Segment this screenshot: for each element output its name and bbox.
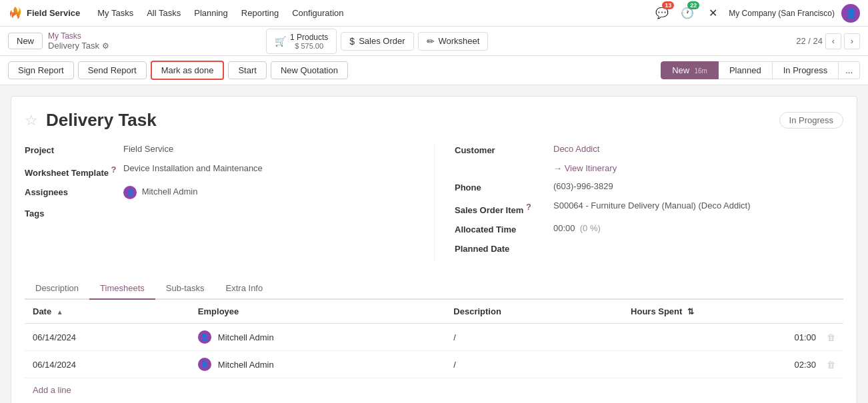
project-label: Project — [25, 144, 118, 155]
start-button[interactable]: Start — [228, 61, 266, 79]
itinerary-spacer — [455, 163, 548, 165]
timesheets-table: Date ▲ Employee Description Hours Spent … — [25, 300, 843, 378]
phone-label: Phone — [455, 181, 548, 193]
allocated-time-value: 00:00 (0 %) — [553, 223, 601, 233]
page-prev-button[interactable]: ‹ — [825, 33, 841, 49]
worksheet-template-value: Device Installation and Maintenance — [123, 163, 263, 173]
worksheet-button[interactable]: ✏ Worksheet — [418, 32, 489, 51]
status-pipeline: New 16m Planned In Progress ... — [661, 61, 860, 79]
status-in-progress[interactable]: In Progress — [773, 61, 839, 79]
customer-row: Customer Deco Addict — [455, 144, 843, 155]
status-new[interactable]: New 16m — [661, 61, 719, 79]
phone-row: Phone (603)-996-3829 — [455, 181, 843, 193]
delete-row-icon-1[interactable]: 🗑 — [827, 360, 835, 370]
pagination: 22 / 24 ‹ › — [796, 33, 860, 49]
breadcrumb-current: Delivery Task — [48, 41, 99, 51]
breadcrumb: My Tasks Delivery Task ⚙ — [48, 31, 109, 51]
flame-icon — [8, 6, 23, 21]
row-hours-0: 01:00 🗑 — [623, 324, 843, 351]
new-quotation-button[interactable]: New Quotation — [271, 61, 348, 79]
hours-column-header: Hours Spent ⇅ — [623, 300, 843, 324]
form-right: Customer Deco Addict → View Itinerary Ph… — [434, 144, 843, 262]
breadcrumb-parent[interactable]: My Tasks — [48, 31, 109, 41]
description-column-header: Description — [445, 300, 623, 324]
arrow-icon: → — [553, 163, 565, 173]
form-grid: Project Field Service Worksheet Template… — [25, 144, 843, 262]
tab-timesheets[interactable]: Timesheets — [89, 278, 155, 300]
view-itinerary-link[interactable]: → View Itinerary — [553, 163, 617, 173]
task-title-row: ☆ Delivery Task In Progress — [25, 110, 843, 131]
row-hours-1: 02:30 🗑 — [623, 351, 843, 378]
form-left: Project Field Service Worksheet Template… — [25, 144, 434, 262]
products-button[interactable]: 🛒 1 Products $ 575.00 — [266, 29, 337, 54]
tab-sub-tasks[interactable]: Sub-tasks — [155, 278, 215, 300]
allocated-time-row: Allocated Time 00:00 (0 %) — [455, 223, 843, 234]
worksheet-help-icon[interactable]: ? — [111, 165, 117, 175]
customer-value[interactable]: Deco Addict — [553, 144, 599, 154]
worksheet-label: Worksheet — [439, 36, 480, 46]
top-action-buttons: 🛒 1 Products $ 575.00 $ Sales Order ✏ Wo… — [266, 29, 488, 54]
sales-order-item-value: S00064 - Furniture Delivery (Manual) (De… — [553, 201, 751, 210]
phone-value: (603)-996-3829 — [553, 181, 613, 191]
sales-order-item-label: Sales Order Item ? — [455, 201, 548, 215]
sign-report-button[interactable]: Sign Report — [8, 61, 74, 79]
nav-configuration[interactable]: Configuration — [287, 5, 349, 21]
row-description-0: / — [445, 324, 623, 351]
table-row: 06/14/2024 👤 Mitchell Admin / 02:30 🗑 — [25, 351, 843, 378]
row-date-0: 06/14/2024 — [25, 324, 190, 351]
tabs-section: Description Timesheets Sub-tasks Extra I… — [25, 278, 843, 402]
action-bar: Sign Report Send Report Mark as done Sta… — [0, 56, 868, 85]
status-planned[interactable]: Planned — [719, 61, 773, 79]
task-status-badge[interactable]: In Progress — [779, 112, 843, 129]
pencil-icon: ✏ — [427, 36, 435, 47]
sales-order-button[interactable]: $ Sales Order — [341, 32, 413, 51]
nav-links: My Tasks All Tasks Planning Reporting Co… — [92, 5, 641, 21]
company-name: My Company (San Francisco) — [729, 9, 835, 18]
nav-planning[interactable]: Planning — [189, 5, 233, 21]
nav-all-tasks[interactable]: All Tasks — [141, 5, 186, 21]
send-report-button[interactable]: Send Report — [78, 61, 147, 79]
task-title: Delivery Task — [46, 110, 157, 131]
status-more[interactable]: ... — [839, 61, 860, 79]
mark-as-done-button[interactable]: Mark as done — [151, 61, 225, 80]
assignee-name: Mitchell Admin — [142, 187, 198, 197]
page-next-button[interactable]: › — [844, 33, 860, 49]
cart-icon: 🛒 — [275, 36, 286, 47]
new-button[interactable]: New — [8, 33, 43, 49]
hours-sort-icon[interactable]: ⇅ — [687, 307, 694, 316]
row-employee-avatar-0: 👤 — [198, 330, 211, 344]
sort-icon: ▲ — [57, 308, 63, 316]
notifications-button[interactable]: 💬 13 — [653, 4, 671, 23]
user-avatar[interactable]: 👤 — [841, 4, 860, 23]
sales-order-item-row: Sales Order Item ? S00064 - Furniture De… — [455, 201, 843, 215]
row-employee-0: 👤 Mitchell Admin — [190, 324, 445, 351]
activity-button[interactable]: 🕐 22 — [678, 4, 697, 23]
nav-my-tasks[interactable]: My Tasks — [92, 5, 139, 21]
timesheets-table-section: Date ▲ Employee Description Hours Spent … — [25, 300, 843, 402]
nav-right: 💬 13 🕐 22 ✕ My Company (San Francisco) 👤 — [653, 4, 860, 23]
page-info: 22 / 24 — [796, 36, 823, 46]
add-line-button[interactable]: Add a line — [25, 378, 79, 402]
assignee-avatar: 👤 — [123, 186, 137, 199]
row-description-1: / — [445, 351, 623, 378]
customer-label: Customer — [455, 144, 548, 155]
sales-order-help-icon[interactable]: ? — [526, 202, 531, 212]
sales-order-label: Sales Order — [359, 36, 405, 46]
tab-extra-info[interactable]: Extra Info — [215, 278, 274, 300]
bug-icon[interactable]: ✕ — [703, 4, 722, 23]
worksheet-template-label: Worksheet Template ? — [25, 163, 118, 178]
products-label: 1 Products — [290, 33, 328, 42]
row-employee-1: 👤 Mitchell Admin — [190, 351, 445, 378]
settings-icon[interactable]: ⚙ — [102, 41, 109, 51]
form-card: ☆ Delivery Task In Progress Project Fiel… — [11, 96, 857, 403]
delete-row-icon-0[interactable]: 🗑 — [827, 332, 835, 342]
assignees-value: 👤 Mitchell Admin — [123, 186, 197, 199]
table-row: 06/14/2024 👤 Mitchell Admin / 01:00 🗑 — [25, 324, 843, 351]
tab-description[interactable]: Description — [25, 278, 89, 300]
favorite-star-icon[interactable]: ☆ — [25, 112, 38, 129]
nav-reporting[interactable]: Reporting — [236, 5, 284, 21]
app-logo[interactable]: Field Service — [8, 6, 80, 21]
project-row: Project Field Service — [25, 144, 414, 155]
dollar-icon: $ — [349, 36, 355, 47]
date-column-header[interactable]: Date ▲ — [25, 300, 190, 324]
